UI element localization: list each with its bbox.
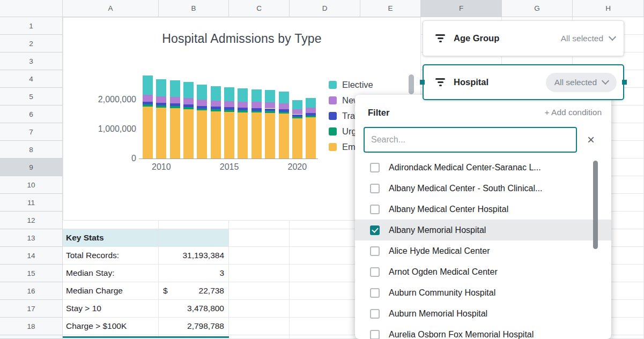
bar-2021-emergency[interactable] bbox=[306, 117, 316, 159]
bar-2017-emergency[interactable] bbox=[251, 112, 262, 159]
stat-value-B18[interactable]: 2,798,788 bbox=[159, 318, 229, 335]
filter-option[interactable]: Alice Hyde Medical Center bbox=[355, 240, 611, 261]
row-header-9[interactable]: 9 bbox=[0, 159, 63, 176]
bar-2014-emergency[interactable] bbox=[211, 111, 221, 159]
column-header-H[interactable]: H bbox=[573, 0, 644, 17]
bar-2021-trauma[interactable] bbox=[306, 113, 316, 116]
bar-2010-trauma[interactable] bbox=[156, 103, 166, 106]
row-header-16[interactable]: 16 bbox=[0, 282, 63, 300]
bar-2021-elective[interactable] bbox=[306, 98, 316, 108]
corner-cell[interactable] bbox=[0, 0, 63, 17]
bar-2018-elective[interactable] bbox=[265, 90, 275, 102]
row-header-6[interactable]: 6 bbox=[0, 106, 63, 123]
column-header-C[interactable]: C bbox=[229, 0, 290, 17]
bar-2010-elective[interactable] bbox=[156, 79, 166, 96]
row-header-10[interactable]: 10 bbox=[0, 176, 63, 194]
bar-2012-trauma[interactable] bbox=[183, 104, 194, 107]
bar-2009-urgent[interactable] bbox=[143, 104, 153, 107]
column-header-G[interactable]: G bbox=[502, 0, 573, 17]
cell-D18[interactable] bbox=[290, 318, 360, 335]
row-header-18[interactable]: 18 bbox=[0, 318, 63, 335]
checkbox-unchecked[interactable] bbox=[370, 288, 380, 298]
bar-2021-urgent[interactable] bbox=[306, 116, 316, 117]
bar-2019-emergency[interactable] bbox=[279, 114, 289, 159]
checkbox-unchecked[interactable] bbox=[370, 246, 380, 256]
close-icon[interactable]: × bbox=[580, 129, 602, 150]
bar-2016-elective[interactable] bbox=[238, 88, 248, 101]
cell-C13[interactable] bbox=[229, 229, 290, 247]
row-header-12[interactable]: 12 bbox=[0, 212, 63, 229]
slicer-value-dropdown[interactable]: All selected bbox=[546, 73, 617, 92]
bar-2017-elective[interactable] bbox=[251, 89, 262, 102]
bar-2015-urgent[interactable] bbox=[224, 110, 234, 112]
bar-2019-trauma[interactable] bbox=[279, 109, 289, 112]
bar-2011-elective[interactable] bbox=[170, 80, 180, 97]
cell-D14[interactable] bbox=[290, 247, 360, 265]
checkbox-unchecked[interactable] bbox=[370, 163, 380, 172]
stat-label-A17[interactable]: Stay > 10 bbox=[63, 300, 159, 318]
stat-label-A15[interactable]: Median Stay: bbox=[63, 265, 159, 282]
column-header-F[interactable]: F bbox=[421, 0, 502, 17]
bar-2012-elective[interactable] bbox=[183, 82, 194, 98]
bar-2009-trauma[interactable] bbox=[143, 102, 153, 104]
checkbox-unchecked[interactable] bbox=[370, 205, 380, 214]
bar-2020-newborn[interactable] bbox=[292, 109, 302, 115]
bar-2013-elective[interactable] bbox=[197, 85, 207, 100]
bar-2014-trauma[interactable] bbox=[211, 107, 221, 109]
key-stats-header-A13[interactable]: Key Stats bbox=[63, 229, 159, 247]
cell-D15[interactable] bbox=[290, 265, 360, 282]
row-header-5[interactable]: 5 bbox=[0, 88, 63, 106]
bar-2015-trauma[interactable] bbox=[224, 107, 234, 110]
column-header-D[interactable]: D bbox=[290, 0, 360, 17]
bar-2020-trauma[interactable] bbox=[292, 115, 302, 117]
filter-option[interactable]: Auburn Memorial Hospital bbox=[355, 303, 611, 324]
cell-C17[interactable] bbox=[229, 300, 290, 318]
row-header-14[interactable]: 14 bbox=[0, 247, 63, 265]
cell-D16[interactable] bbox=[290, 282, 360, 300]
bar-2020-elective[interactable] bbox=[292, 100, 302, 109]
filter-option[interactable]: Auburn Community Hospital bbox=[355, 282, 611, 303]
bar-2012-emergency[interactable] bbox=[183, 109, 194, 159]
stat-label-A18[interactable]: Charge > $100K bbox=[63, 318, 159, 335]
filter-option[interactable]: Albany Medical Center Hospital bbox=[355, 199, 611, 220]
bar-2013-newborn[interactable] bbox=[197, 100, 207, 106]
selection-handle-left[interactable] bbox=[420, 80, 425, 85]
bar-2010-urgent[interactable] bbox=[156, 106, 166, 108]
bar-2011-emergency[interactable] bbox=[170, 108, 180, 159]
checkbox-unchecked[interactable] bbox=[370, 184, 380, 193]
cell-C18[interactable] bbox=[229, 318, 290, 335]
bar-2011-newborn[interactable] bbox=[170, 97, 180, 104]
bar-2015-elective[interactable] bbox=[224, 87, 234, 101]
bar-2017-newborn[interactable] bbox=[251, 102, 262, 108]
bar-2009-newborn[interactable] bbox=[143, 95, 153, 102]
row-header-8[interactable]: 8 bbox=[0, 141, 63, 159]
checkbox-unchecked[interactable] bbox=[370, 309, 380, 319]
row-header-7[interactable]: 7 bbox=[0, 123, 63, 141]
bar-2011-urgent[interactable] bbox=[170, 106, 180, 108]
bar-2013-emergency[interactable] bbox=[197, 110, 207, 159]
row-header-15[interactable]: 15 bbox=[0, 265, 63, 282]
checkbox-unchecked[interactable] bbox=[370, 267, 380, 277]
bar-2013-trauma[interactable] bbox=[197, 106, 207, 109]
slicer-value-dropdown[interactable]: All selected bbox=[561, 34, 615, 43]
column-header-E[interactable]: E bbox=[360, 0, 421, 17]
row-header-4[interactable]: 4 bbox=[0, 70, 63, 88]
filter-option[interactable]: Albany Medical Center - South Clinical..… bbox=[355, 178, 611, 199]
bar-2016-newborn[interactable] bbox=[238, 102, 248, 108]
bar-2014-elective[interactable] bbox=[211, 86, 221, 100]
bar-2019-elective[interactable] bbox=[279, 92, 289, 103]
row-header-3[interactable]: 3 bbox=[0, 52, 63, 70]
filter-option[interactable]: Albany Memorial Hospital bbox=[355, 220, 611, 240]
row-header-2[interactable]: 2 bbox=[0, 35, 63, 52]
stat-value-B15[interactable]: 3 bbox=[159, 265, 229, 282]
bar-2015-newborn[interactable] bbox=[224, 101, 234, 108]
filter-option[interactable]: Adirondack Medical Center-Saranac L... bbox=[355, 157, 611, 178]
selection-handle-right[interactable] bbox=[622, 80, 627, 85]
bar-2019-newborn[interactable] bbox=[279, 103, 289, 109]
row-header-17[interactable]: 17 bbox=[0, 300, 63, 318]
bar-2016-emergency[interactable] bbox=[238, 112, 248, 159]
bar-2012-urgent[interactable] bbox=[183, 107, 194, 109]
bar-2020-emergency[interactable] bbox=[292, 118, 302, 159]
bar-2010-emergency[interactable] bbox=[156, 108, 166, 159]
bar-2018-trauma[interactable] bbox=[265, 109, 275, 111]
